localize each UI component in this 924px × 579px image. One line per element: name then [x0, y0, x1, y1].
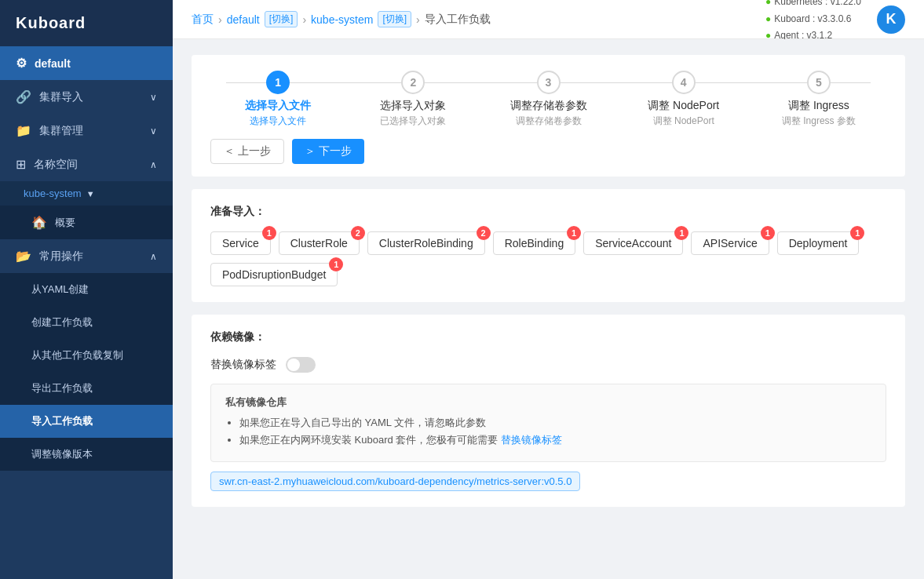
breadcrumb: 首页 › default [切换] › kube-system [切换] › 导…: [192, 11, 491, 27]
step-1: 1 选择导入文件 选择导入文件: [210, 71, 345, 128]
breadcrumb-home[interactable]: 首页: [192, 13, 214, 27]
chevron-up-common: ∧: [150, 251, 157, 262]
kuboard-label: Kuboard: [774, 13, 809, 24]
resource-tag-poddisruptionbudget-label: PodDisruptionBudget: [222, 268, 326, 281]
sidebar-item-cluster-import[interactable]: 🔗 集群导入 ∨: [0, 80, 173, 114]
resource-tag-poddisruptionbudget[interactable]: PodDisruptionBudget 1: [210, 263, 338, 286]
kube-system-label: kube-system: [24, 188, 82, 199]
prev-button[interactable]: ＜ 上一步: [210, 139, 284, 164]
gear-icon: ⚙: [16, 56, 27, 71]
steps-container: 1 选择导入文件 选择导入文件 2 选择导入对象 已选择导入对象 3 调整存储卷…: [192, 55, 905, 177]
breadcrumb-kube-system[interactable]: kube-system: [311, 13, 373, 26]
resource-tag-clusterrolebinding[interactable]: ClusterRoleBinding 2: [367, 231, 485, 255]
copy-workload-label: 从其他工作负载复制: [31, 348, 123, 362]
resource-tag-clusterrole-label: ClusterRole: [290, 237, 348, 249]
toggle-label: 替换镜像标签: [210, 358, 276, 372]
step-5-subtitle: 调整 Ingress 参数: [782, 115, 856, 128]
sidebar-item-default-label: default: [35, 57, 71, 70]
sidebar-common-ops-header[interactable]: 📂 常用操作 ∧: [0, 239, 173, 273]
breadcrumb-default-switch[interactable]: [切换]: [265, 11, 298, 27]
create-workload-label: 创建工作负载: [31, 315, 93, 330]
resource-tag-rolebinding[interactable]: RoleBinding 1: [493, 231, 576, 255]
breadcrumb-kube-system-switch[interactable]: [切换]: [378, 11, 411, 27]
namespace-sub-nav: 🏠 概要: [0, 206, 173, 239]
image-tag-value[interactable]: swr.cn-east-2.myhuaweicloud.com/kuboard-…: [210, 472, 580, 491]
resource-tags: Service 1 ClusterRole 2 ClusterRoleBindi…: [210, 231, 886, 286]
replace-image-link[interactable]: 替换镜像标签: [501, 434, 562, 446]
step-5-title: 调整 Ingress: [788, 99, 849, 113]
step-1-circle: 1: [266, 71, 290, 94]
step-1-title: 选择导入文件: [245, 99, 311, 113]
resource-tag-clusterrolebinding-badge: 2: [477, 226, 491, 240]
private-registry-tip-2: 如果您正在内网环境安装 Kuboard 套件，您极有可能需要 替换镜像标签: [239, 433, 871, 447]
step-4-subtitle: 调整 NodePort: [653, 115, 714, 128]
step-4: 4 调整 NodePort 调整 NodePort: [616, 71, 751, 128]
private-registry-tip-1: 如果您正在导入自己导出的 YAML 文件，请忽略此参数: [239, 416, 871, 430]
sidebar-item-overview[interactable]: 🏠 概要: [0, 206, 173, 239]
breadcrumb-sep2: ›: [302, 13, 306, 26]
sidebar-item-cluster-mgmt[interactable]: 📁 集群管理 ∨: [0, 114, 173, 147]
resource-tag-serviceaccount-label: ServiceAccount: [595, 237, 671, 249]
resource-tag-clusterrole[interactable]: ClusterRole 2: [279, 231, 360, 255]
breadcrumb-current: 导入工作负载: [425, 13, 491, 27]
step-4-circle: 4: [672, 71, 696, 94]
avatar[interactable]: K: [877, 5, 905, 34]
step-2-subtitle: 已选择导入对象: [380, 115, 446, 128]
resource-tag-apiservice[interactable]: APIService 1: [691, 231, 769, 255]
resource-tag-service[interactable]: Service 1: [210, 231, 271, 255]
step-5-circle: 5: [807, 71, 831, 94]
private-registry-tips: 如果您正在导入自己导出的 YAML 文件，请忽略此参数 如果您正在内网环境安装 …: [225, 416, 871, 447]
resource-tag-apiservice-badge: 1: [761, 226, 775, 240]
sidebar-item-adjust-image[interactable]: 调整镜像版本: [0, 438, 173, 471]
sidebar-item-namespace[interactable]: ⊞ 名称空间 ∧: [0, 147, 173, 181]
prepare-title: 准备导入：: [210, 205, 886, 219]
sidebar-item-copy-workload[interactable]: 从其他工作负载复制: [0, 339, 173, 372]
breadcrumb-sep1: ›: [218, 13, 222, 26]
image-section-title: 依赖镜像：: [210, 330, 886, 344]
resource-tag-clusterrolebinding-label: ClusterRoleBinding: [379, 237, 473, 249]
resource-tag-service-label: Service: [222, 237, 259, 249]
step-3: 3 调整存储卷参数 调整存储卷参数: [480, 71, 615, 128]
image-section-card: 依赖镜像： 替换镜像标签 私有镜像仓库 如果您正在导入自己导出的 YAML 文件…: [192, 315, 905, 507]
step-1-subtitle: 选择导入文件: [250, 115, 306, 128]
content-area: 1 选择导入文件 选择导入文件 2 选择导入对象 已选择导入对象 3 调整存储卷…: [173, 39, 924, 579]
resource-tag-rolebinding-label: RoleBinding: [505, 237, 564, 249]
topbar: 首页 › default [切换] › kube-system [切换] › 导…: [173, 0, 924, 39]
sidebar-item-import-workload[interactable]: 导入工作负载: [0, 405, 173, 438]
sidebar: Kuboard ⚙ default 🔗 集群导入 ∨ 📁 集群管理 ∨ ⊞ 名称…: [0, 0, 173, 579]
sidebar-cluster-mgmt-label: 集群管理: [39, 124, 83, 138]
common-ops-sub: 从YAML创建 创建工作负载 从其他工作负载复制 导出工作负载 导入工作负载 调…: [0, 273, 173, 471]
folder-icon: 📁: [16, 123, 31, 138]
create-yaml-label: 从YAML创建: [31, 282, 89, 297]
folder-open-icon: 📂: [16, 249, 31, 264]
breadcrumb-sep3: ›: [416, 13, 420, 26]
resource-tag-deployment-badge: 1: [850, 226, 864, 240]
cluster-import-icon: 🔗: [16, 89, 31, 104]
step-2: 2 选择导入对象 已选择导入对象: [345, 71, 480, 128]
resource-tag-service-badge: 1: [262, 226, 276, 240]
sidebar-item-create-workload[interactable]: 创建工作负载: [0, 306, 173, 339]
resource-tag-deployment[interactable]: Deployment 1: [777, 231, 860, 255]
private-registry-box: 私有镜像仓库 如果您正在导入自己导出的 YAML 文件，请忽略此参数 如果您正在…: [210, 384, 886, 462]
sidebar-item-create-yaml[interactable]: 从YAML创建: [0, 273, 173, 306]
sidebar-item-export-workload[interactable]: 导出工作负载: [0, 372, 173, 405]
step-3-title: 调整存储卷参数: [510, 99, 587, 113]
sidebar-kube-system-row[interactable]: kube-system ▼: [0, 181, 173, 206]
resource-tag-serviceaccount[interactable]: ServiceAccount 1: [583, 231, 683, 255]
resource-tag-rolebinding-badge: 1: [567, 226, 581, 240]
action-buttons: ＜ 上一步 ＞ 下一步: [210, 139, 886, 164]
breadcrumb-default[interactable]: default: [227, 13, 260, 26]
resource-tag-poddisruptionbudget-badge: 1: [329, 257, 343, 271]
chevron-down-icon: ∨: [150, 92, 157, 103]
toggle-row: 替换镜像标签: [210, 357, 886, 373]
sidebar-item-default[interactable]: ⚙ default: [0, 46, 173, 80]
version-info: ●Kubernetes : v1.22.0 ●Kuboard : v3.3.0.…: [765, 0, 861, 45]
app-logo: Kuboard: [0, 0, 173, 46]
steps: 1 选择导入文件 选择导入文件 2 选择导入对象 已选择导入对象 3 调整存储卷…: [210, 71, 886, 128]
next-button[interactable]: ＞ 下一步: [292, 139, 364, 164]
step-3-subtitle: 调整存储卷参数: [516, 115, 582, 128]
chevron-up-icon: ∧: [150, 159, 157, 170]
private-registry-title: 私有镜像仓库: [225, 395, 871, 410]
chevron-down-kube: ▼: [86, 189, 95, 198]
replace-image-toggle[interactable]: [286, 357, 316, 373]
